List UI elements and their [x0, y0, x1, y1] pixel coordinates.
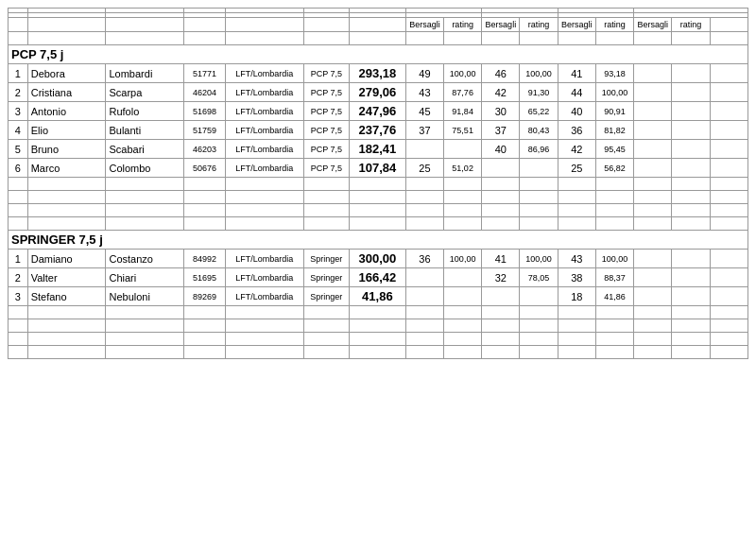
cell: PCP 7,5 [303, 121, 349, 140]
empty-row [9, 217, 748, 231]
cell [710, 250, 747, 268]
cell: 293,18 [350, 64, 406, 83]
cell: Scabari [106, 140, 184, 159]
cell [405, 140, 443, 159]
cell: 46204 [184, 83, 226, 102]
cell: Nebuloni [106, 287, 184, 306]
cell: PCP 7,5 [303, 140, 349, 159]
cell: 91,30 [520, 83, 558, 102]
empty-row [9, 204, 748, 217]
header-row-3: Bersagli rating Bersagli rating Bersagli… [9, 18, 748, 32]
cell: 25 [405, 159, 443, 178]
sub-rating-4: rating [672, 18, 710, 32]
cell: 81,82 [595, 121, 633, 140]
cell [634, 268, 672, 287]
sub-rating-3: rating [595, 18, 633, 32]
cell [444, 140, 482, 159]
cell: 18 [558, 287, 595, 306]
empty-row [9, 178, 748, 191]
cell [710, 140, 747, 159]
cell: 36 [558, 121, 595, 140]
cell: 166,42 [350, 268, 406, 287]
cell: 51771 [184, 64, 226, 83]
cell [672, 287, 710, 306]
sub-empty-2 [27, 18, 106, 32]
cell [634, 64, 672, 83]
cell: 100,00 [595, 250, 633, 268]
empty-row [9, 319, 748, 333]
sub-empty-6 [303, 18, 349, 32]
sub-bersagli-4: Bersagli [634, 18, 672, 32]
group-name: SPRINGER 7,5 j [9, 231, 748, 250]
group-name: PCP 7,5 j [9, 45, 748, 64]
cell: 42 [558, 140, 595, 159]
cell: 51695 [184, 268, 226, 287]
table-body: PCP 7,5 j1DeboraLombardi51771LFT/Lombard… [9, 32, 748, 359]
cell: PCP 7,5 [303, 159, 349, 178]
sub-empty-5 [225, 18, 303, 32]
cell [672, 140, 710, 159]
cell: 51,02 [444, 159, 482, 178]
cell [710, 159, 747, 178]
cell [672, 83, 710, 102]
cell [634, 140, 672, 159]
cell: Elio [27, 121, 106, 140]
empty-row [9, 191, 748, 204]
cell: 2 [9, 83, 28, 102]
sub-bersagli-2: Bersagli [482, 18, 520, 32]
cell: 50676 [184, 159, 226, 178]
cell: Lombardi [106, 64, 184, 83]
empty-row [9, 346, 748, 359]
sub-bersagli-3: Bersagli [558, 18, 595, 32]
cell: Scarpa [106, 83, 184, 102]
cell: 80,43 [520, 121, 558, 140]
main-container: Bersagli rating Bersagli rating Bersagli… [0, 0, 756, 367]
cell: LFT/Lombardia [225, 159, 303, 178]
table-row: 1DamianoCostanzo84992LFT/LombardiaSpring… [9, 250, 748, 268]
cell: 46203 [184, 140, 226, 159]
cell: 25 [558, 159, 595, 178]
cell [444, 268, 482, 287]
cell [444, 287, 482, 306]
cell: LFT/Lombardia [225, 140, 303, 159]
cell: 6 [9, 159, 28, 178]
cell: 1 [9, 250, 28, 268]
cell: Cristiana [27, 83, 106, 102]
table-row: 2ValterChiari51695LFT/LombardiaSpringer1… [9, 268, 748, 287]
cell: 41,86 [595, 287, 633, 306]
cell: 44 [558, 83, 595, 102]
cell [710, 102, 747, 121]
cell [520, 287, 558, 306]
cell [634, 121, 672, 140]
sub-rating-2: rating [520, 18, 558, 32]
sub-empty-1 [9, 18, 28, 32]
cell: 40 [558, 102, 595, 121]
cell: 279,06 [350, 83, 406, 102]
cell: 3 [9, 102, 28, 121]
scores-table: Bersagli rating Bersagli rating Bersagli… [8, 8, 748, 359]
cell: 90,91 [595, 102, 633, 121]
cell [710, 83, 747, 102]
table-row: 1DeboraLombardi51771LFT/LombardiaPCP 7,5… [9, 64, 748, 83]
cell: LFT/Lombardia [225, 287, 303, 306]
cell [482, 287, 520, 306]
cell: 42 [482, 83, 520, 102]
cell: 100,00 [595, 83, 633, 102]
cell: 86,96 [520, 140, 558, 159]
cell: Bulanti [106, 121, 184, 140]
sub-empty-7 [350, 18, 406, 32]
cell: 75,51 [444, 121, 482, 140]
cell: Chiari [106, 268, 184, 287]
cell: 100,00 [520, 64, 558, 83]
cell: Valter [27, 268, 106, 287]
cell: 107,84 [350, 159, 406, 178]
empty-row [9, 306, 748, 319]
cell [672, 121, 710, 140]
table-row: 5BrunoScabari46203LFT/LombardiaPCP 7,518… [9, 140, 748, 159]
cell: 100,00 [520, 250, 558, 268]
cell: 3 [9, 287, 28, 306]
cell: 84992 [184, 250, 226, 268]
cell: 182,41 [350, 140, 406, 159]
cell: 87,76 [444, 83, 482, 102]
cell: Costanzo [106, 250, 184, 268]
